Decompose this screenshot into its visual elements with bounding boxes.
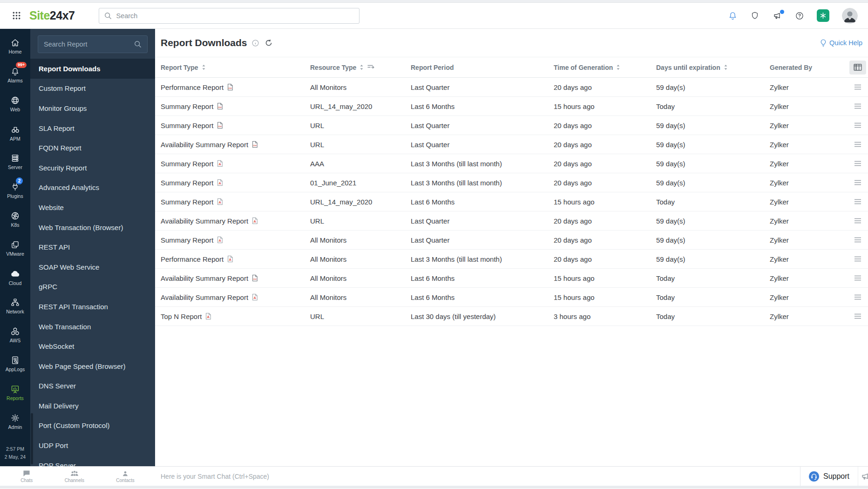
- sidebar-item-monitor-groups[interactable]: Monitor Groups: [30, 98, 155, 118]
- report-type-cell[interactable]: Summary Reportcsv: [161, 122, 310, 129]
- row-actions-menu-button[interactable]: [854, 180, 861, 185]
- announcements-button[interactable]: [772, 11, 782, 20]
- app-launcher-grid-icon[interactable]: [12, 11, 21, 20]
- row-actions-menu-button[interactable]: [854, 237, 861, 243]
- filter-icon[interactable]: [367, 64, 375, 70]
- rail-item-k8s[interactable]: K8s: [0, 205, 30, 234]
- security-status-button[interactable]: [750, 11, 760, 20]
- rail-item-web[interactable]: Web: [0, 89, 30, 118]
- row-actions-menu-button[interactable]: [854, 256, 861, 262]
- refresh-icon[interactable]: [265, 39, 272, 47]
- sidebar-item-grpc[interactable]: gRPC: [30, 277, 155, 297]
- report-type-cell[interactable]: Top N ReportA: [161, 312, 310, 320]
- quick-help-label: Quick Help: [829, 39, 862, 47]
- report-type-cell[interactable]: Availability Summary Reportcsv: [161, 274, 310, 282]
- sidebar-item-dns-server[interactable]: DNS Server: [30, 376, 155, 396]
- smart-chat-input[interactable]: [161, 473, 800, 480]
- sidebar-item-web-transaction[interactable]: Web Transaction: [30, 317, 155, 337]
- site24x7-logo[interactable]: Site24x7: [29, 9, 75, 22]
- sidebar-item-advanced-analytics[interactable]: Advanced Analytics: [30, 178, 155, 198]
- row-actions-menu-button[interactable]: [854, 199, 861, 204]
- sidebar-item-fqdn-report[interactable]: FQDN Report: [30, 138, 155, 158]
- rail-item-vmware[interactable]: VMware: [0, 234, 30, 263]
- column-header-report-type[interactable]: Report Type: [161, 64, 310, 71]
- sidebar-item-udp-port[interactable]: UDP Port: [30, 435, 155, 455]
- scrollbar-thumb[interactable]: [31, 413, 33, 464]
- help-button[interactable]: [795, 11, 804, 20]
- rail-item-alarms[interactable]: 99+Alarms: [0, 61, 30, 89]
- sidebar-item-soap-web-service[interactable]: SOAP Web Service: [30, 257, 155, 277]
- report-type-cell[interactable]: Summary ReportA: [161, 198, 310, 206]
- sidebar-item-port-custom-protocol[interactable]: Port (Custom Protocol): [30, 416, 155, 436]
- report-type-cell[interactable]: Availability Summary Reportcsv: [161, 141, 310, 149]
- rail-item-applogs[interactable]: AppLogs: [0, 349, 30, 378]
- sidebar-item-websocket[interactable]: WebSocket: [30, 336, 155, 356]
- report-search-input[interactable]: [44, 41, 134, 48]
- report-type-cell[interactable]: Availability Summary ReportA: [161, 217, 310, 225]
- megaphone-icon[interactable]: [858, 467, 868, 486]
- report-type-cell[interactable]: Performance ReportA: [161, 255, 310, 263]
- global-search-input[interactable]: [116, 12, 354, 20]
- sidebar-item-rest-api[interactable]: REST API: [30, 237, 155, 257]
- column-header-generated-by[interactable]: Generated By: [770, 64, 846, 71]
- chat-tab-contacts[interactable]: Contacts: [116, 470, 134, 483]
- ai-assistant-button[interactable]: [817, 9, 829, 22]
- sidebar-item-custom-report[interactable]: Custom Report: [30, 79, 155, 99]
- row-actions-menu-button[interactable]: [854, 218, 861, 224]
- column-header-resource-type[interactable]: Resource Type: [310, 64, 411, 71]
- sidebar-item-website[interactable]: Website: [30, 197, 155, 217]
- support-button[interactable]: Support: [800, 467, 858, 486]
- rail-item-apm[interactable]: APM: [0, 118, 30, 147]
- report-search[interactable]: [38, 35, 148, 53]
- rail-item-home[interactable]: Home: [0, 32, 30, 61]
- sidebar-item-security-report[interactable]: Security Report: [30, 158, 155, 178]
- row-actions-menu-button[interactable]: [854, 275, 861, 281]
- sidebar-item-mail-delivery[interactable]: Mail Delivery: [30, 396, 155, 416]
- sort-icon[interactable]: [202, 64, 206, 70]
- row-actions-menu-button[interactable]: [854, 142, 861, 147]
- report-type-cell[interactable]: Availability Summary ReportA: [161, 293, 310, 301]
- notifications-button[interactable]: [728, 11, 738, 20]
- row-actions-menu-button[interactable]: [854, 122, 861, 128]
- info-icon[interactable]: [252, 40, 259, 47]
- column-header-time-of-generation[interactable]: Time of Generation: [554, 64, 656, 71]
- sort-icon[interactable]: [359, 64, 364, 70]
- row-actions-menu-button[interactable]: [854, 161, 861, 166]
- report-type-cell[interactable]: Summary ReportA: [161, 179, 310, 187]
- sidebar-item-web-page-speed-browser[interactable]: Web Page Speed (Browser): [30, 356, 155, 376]
- chat-tab-chats[interactable]: Chats: [20, 470, 33, 483]
- rail-item-reports[interactable]: Reports: [0, 378, 30, 407]
- report-type-cell[interactable]: Summary Reportcsv: [161, 102, 310, 110]
- report-type-cell[interactable]: Performance Reportcsv: [161, 83, 310, 91]
- row-actions-menu-button[interactable]: [854, 84, 861, 90]
- sidebar-item-pop-server[interactable]: POP Server: [30, 455, 155, 466]
- report-type-label: Availability Summary Report: [161, 141, 248, 149]
- sidebar-item-sla-report[interactable]: SLA Report: [30, 118, 155, 138]
- column-header-report-period[interactable]: Report Period: [411, 64, 554, 71]
- sort-icon[interactable]: [724, 64, 728, 70]
- report-type-cell[interactable]: Summary ReportA: [161, 236, 310, 244]
- row-actions-menu-button[interactable]: [854, 103, 861, 109]
- sidebar-item-web-transaction-browser[interactable]: Web Transaction (Browser): [30, 217, 155, 238]
- quick-help-link[interactable]: Quick Help: [820, 39, 862, 47]
- rail-item-aws[interactable]: AWS: [0, 320, 30, 349]
- sidebar-item-rest-api-transaction[interactable]: REST API Transaction: [30, 297, 155, 317]
- row-actions-menu-button[interactable]: [854, 313, 861, 319]
- reports-presentation-icon: [10, 384, 20, 394]
- rail-item-plugins[interactable]: 2Plugins: [0, 176, 30, 205]
- report-type-cell[interactable]: Summary ReportA: [161, 160, 310, 168]
- sidebar-item-report-downloads[interactable]: Report Downloads: [30, 59, 155, 79]
- rail-item-network[interactable]: Network: [0, 292, 30, 320]
- global-search[interactable]: [99, 8, 359, 24]
- rail-item-cloud[interactable]: Cloud: [0, 263, 30, 292]
- user-avatar[interactable]: [842, 8, 858, 24]
- days-until-expiration-cell: 59 day(s): [656, 217, 770, 225]
- rail-item-admin[interactable]: Admin: [0, 407, 30, 436]
- column-header-days-until-expiration[interactable]: Days until expiration: [656, 64, 770, 71]
- row-actions-menu-button[interactable]: [854, 294, 861, 300]
- column-picker-button[interactable]: [849, 61, 866, 75]
- sort-icon[interactable]: [616, 64, 620, 70]
- rail-item-server[interactable]: Server: [0, 147, 30, 176]
- chat-tab-channels[interactable]: Channels: [65, 470, 84, 483]
- pdf-file-icon: A: [251, 217, 258, 224]
